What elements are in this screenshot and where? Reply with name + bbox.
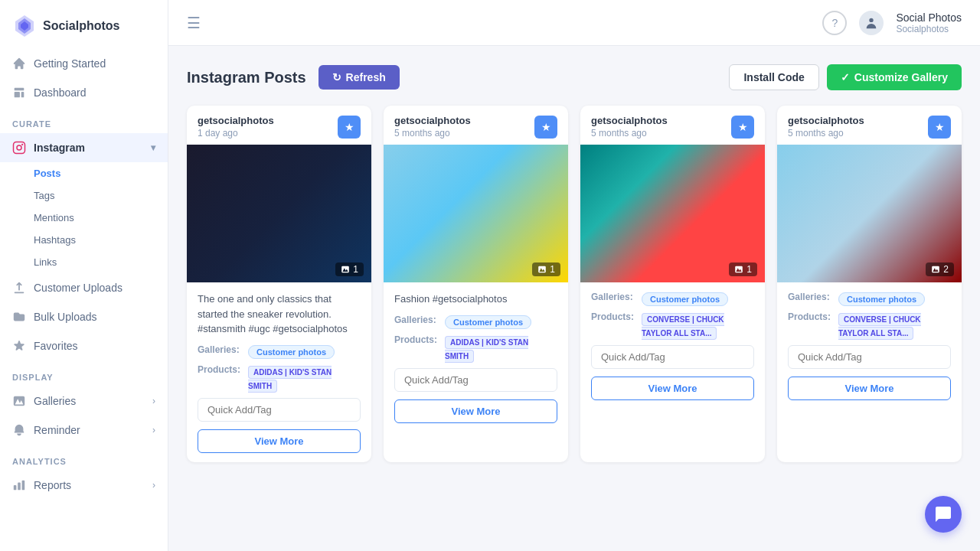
products-row: Products: CONVERSE | CHUCK TAYLOR ALL ST… — [788, 311, 951, 339]
product-tag: CONVERSE | CHUCK TAYLOR ALL STA... — [838, 313, 921, 340]
card-body: Galleries: Customer photos Products: CON… — [580, 282, 765, 409]
gallery-tags: Customer photos — [445, 315, 531, 328]
quick-add-input[interactable] — [591, 345, 754, 369]
quick-add-input[interactable] — [198, 398, 361, 422]
galleries-row: Galleries: Customer photos — [394, 315, 557, 328]
card-user-info: getsocialphotos 5 months ago — [591, 115, 668, 139]
products-row: Products: CONVERSE | CHUCK TAYLOR ALL ST… — [591, 311, 754, 339]
card-0: getsocialphotos 1 day ago ★ 1 The one an… — [187, 106, 371, 462]
sidebar: Socialphotos Getting Started Dashboard C… — [0, 0, 168, 551]
product-tags: CONVERSE | CHUCK TAYLOR ALL STA... — [642, 311, 754, 339]
reminder-chevron-icon: › — [152, 425, 155, 435]
sidebar-section-display: DISPLAY — [0, 360, 168, 386]
star-button[interactable]: ★ — [338, 116, 361, 139]
instagram-label: Instagram — [34, 142, 85, 154]
card-body: Fashion #getsocialphotos Galleries: Cust… — [384, 282, 568, 432]
view-more-button[interactable]: View More — [198, 429, 361, 453]
content-header: Instagram Posts ↻ Refresh Install Code ✓… — [187, 64, 962, 90]
product-tag: ADIDAS | KID'S STAN SMITH — [445, 336, 528, 363]
galleries-row: Galleries: Customer photos — [591, 292, 754, 305]
user-sub: Socialphotos — [896, 24, 962, 34]
card-time: 5 months ago — [591, 128, 668, 139]
card-header: getsocialphotos 5 months ago ★ — [777, 106, 962, 145]
gallery-tags: Customer photos — [838, 292, 925, 305]
topbar-left: ☰ — [187, 14, 201, 32]
quick-add-input[interactable] — [788, 345, 951, 369]
user-name: Social Photos — [896, 11, 962, 24]
card-username: getsocialphotos — [394, 115, 471, 126]
star-icon — [12, 339, 26, 353]
content-area: Instagram Posts ↻ Refresh Install Code ✓… — [168, 46, 980, 551]
gallery-tag: Customer photos — [838, 292, 925, 306]
products-row: Products: ADIDAS | KID'S STAN SMITH — [394, 334, 557, 362]
star-button[interactable]: ★ — [731, 116, 754, 139]
card-body: Galleries: Customer photos Products: CON… — [777, 282, 962, 409]
card-username: getsocialphotos — [198, 115, 274, 126]
chevron-down-icon: ▾ — [151, 142, 155, 153]
avatar — [859, 11, 884, 35]
sidebar-item-posts[interactable]: Posts — [34, 162, 168, 184]
card-3: getsocialphotos 5 months ago ★ 2 Galleri… — [777, 106, 962, 462]
product-tags: CONVERSE | CHUCK TAYLOR ALL STA... — [838, 311, 951, 339]
sidebar-section-analytics: ANALYTICS — [0, 445, 168, 471]
refresh-button[interactable]: ↻ Refresh — [318, 65, 400, 90]
reports-label: Reports — [34, 479, 71, 491]
favorites-label: Favorites — [34, 340, 78, 352]
reports-chevron-icon: › — [152, 480, 155, 491]
customize-icon: ✓ — [841, 71, 850, 83]
chat-icon — [934, 505, 952, 523]
card-image: 1 — [580, 145, 765, 282]
reports-icon — [12, 478, 26, 492]
sidebar-item-links[interactable]: Links — [34, 251, 168, 273]
card-username: getsocialphotos — [788, 115, 864, 126]
view-more-button[interactable]: View More — [788, 377, 951, 400]
card-caption: The one and only classics that started t… — [198, 292, 361, 337]
image-icon — [931, 265, 940, 274]
galleries-label: Galleries: — [591, 292, 637, 302]
sidebar-item-tags[interactable]: Tags — [34, 184, 168, 207]
sidebar-item-galleries[interactable]: Galleries › — [0, 386, 168, 416]
view-more-button[interactable]: View More — [591, 377, 754, 400]
product-tag: CONVERSE | CHUCK TAYLOR ALL STA... — [642, 313, 724, 340]
image-icon — [537, 265, 547, 274]
card-user-info: getsocialphotos 5 months ago — [788, 115, 864, 139]
card-2: getsocialphotos 5 months ago ★ 1 Galleri… — [580, 106, 765, 462]
dashboard-icon — [12, 86, 26, 99]
sidebar-section-curate: CURATE — [0, 107, 168, 133]
instagram-item-left: Instagram — [12, 141, 85, 155]
sidebar-item-instagram[interactable]: Instagram ▾ — [0, 133, 168, 162]
star-button[interactable]: ★ — [928, 116, 951, 139]
bulk-upload-icon — [12, 310, 26, 324]
content-header-left: Instagram Posts ↻ Refresh — [187, 65, 400, 90]
products-label: Products: — [591, 311, 637, 322]
quick-add-input[interactable] — [394, 368, 557, 392]
install-code-button[interactable]: Install Code — [729, 64, 818, 90]
sidebar-item-reminder[interactable]: Reminder › — [0, 416, 168, 445]
card-header: getsocialphotos 5 months ago ★ — [384, 106, 568, 145]
products-label: Products: — [198, 364, 243, 375]
star-button[interactable]: ★ — [534, 116, 557, 139]
sidebar-item-dashboard-label: Dashboard — [34, 86, 87, 99]
gallery-tag: Customer photos — [248, 345, 335, 359]
card-user-info: getsocialphotos 5 months ago — [394, 115, 471, 139]
customer-uploads-label: Customer Uploads — [34, 282, 122, 294]
instagram-sub-menu: Posts Tags Mentions Hashtags Links — [0, 162, 168, 273]
sidebar-item-customer-uploads[interactable]: Customer Uploads — [0, 273, 168, 302]
gallery-tag: Customer photos — [445, 315, 531, 329]
sidebar-item-getting-started[interactable]: Getting Started — [0, 49, 168, 78]
sidebar-item-hashtags[interactable]: Hashtags — [34, 229, 168, 251]
sidebar-item-favorites[interactable]: Favorites — [0, 331, 168, 360]
sidebar-item-bulk-uploads[interactable]: Bulk Uploads — [0, 302, 168, 331]
sidebar-item-dashboard[interactable]: Dashboard — [0, 78, 168, 107]
sidebar-item-mentions[interactable]: Mentions — [34, 207, 168, 229]
product-tags: ADIDAS | KID'S STAN SMITH — [445, 334, 557, 362]
chat-fab-button[interactable] — [925, 496, 962, 533]
hamburger-menu[interactable]: ☰ — [187, 14, 201, 32]
view-more-button[interactable]: View More — [394, 399, 557, 423]
sidebar-item-reports[interactable]: Reports › — [0, 471, 168, 500]
galleries-icon — [12, 394, 26, 408]
app-logo: Socialphotos — [0, 0, 168, 49]
reminder-label: Reminder — [34, 424, 80, 436]
help-button[interactable]: ? — [822, 11, 847, 35]
customize-gallery-button[interactable]: ✓ Customize Gallery — [827, 64, 962, 90]
